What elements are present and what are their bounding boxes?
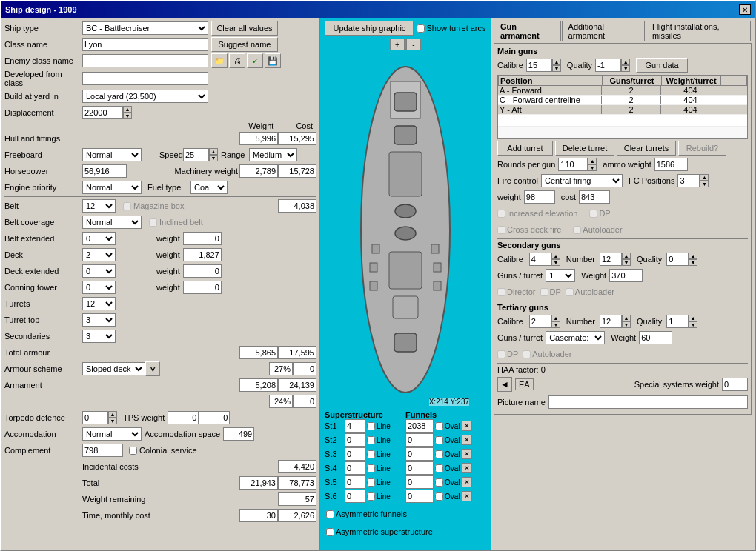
- increased-elevation-checkbox[interactable]: [497, 210, 505, 218]
- torpedo-input[interactable]: [82, 411, 108, 424]
- sec-calibre-down[interactable]: ▼: [551, 259, 560, 266]
- f5-close-btn[interactable]: ✕: [462, 477, 472, 487]
- tab-additional-armament[interactable]: Additional armament: [562, 21, 645, 41]
- accomodation-select[interactable]: Normal: [82, 427, 142, 441]
- plus-button[interactable]: +: [390, 39, 405, 50]
- torpedo-down[interactable]: ▼: [108, 418, 117, 424]
- st5-input[interactable]: [345, 475, 365, 489]
- speed-up[interactable]: ▲: [209, 148, 218, 155]
- belt-select[interactable]: 12: [82, 199, 116, 213]
- speed-down[interactable]: ▼: [209, 155, 218, 161]
- suggest-name-button[interactable]: Suggest name: [211, 37, 278, 52]
- st4-line-checkbox[interactable]: [367, 464, 375, 472]
- ter-calibre-input[interactable]: [529, 315, 551, 328]
- enemy-class-input[interactable]: [82, 54, 208, 67]
- f1-oval-checkbox[interactable]: [435, 422, 443, 430]
- sec-calibre-input[interactable]: [529, 253, 551, 266]
- cross-deck-checkbox[interactable]: [497, 226, 505, 234]
- speed-input[interactable]: [183, 148, 209, 161]
- rounds-input[interactable]: [558, 158, 588, 171]
- colonial-checkbox[interactable]: [129, 447, 137, 455]
- st2-line-checkbox[interactable]: [367, 436, 375, 444]
- sec-guns-turret-select[interactable]: 1: [546, 269, 575, 282]
- st1-input[interactable]: [345, 419, 365, 433]
- show-turret-arcs-checkbox[interactable]: [417, 24, 425, 33]
- gun-data-button[interactable]: Gun data: [636, 58, 688, 73]
- range-select[interactable]: Medium: [249, 148, 297, 161]
- close-button[interactable]: ✕: [739, 4, 751, 15]
- print-icon-btn[interactable]: 🖨: [229, 53, 245, 68]
- inclined-belt-checkbox[interactable]: [149, 218, 157, 227]
- quality-input[interactable]: [595, 59, 621, 72]
- belt-extended-select[interactable]: 0: [82, 232, 116, 245]
- update-ship-graphic-button[interactable]: Update ship graphic: [325, 21, 414, 36]
- dp-checkbox-main[interactable]: [589, 210, 597, 218]
- tab-flight[interactable]: Flight installations, missiles: [646, 21, 751, 41]
- f5-input[interactable]: [405, 475, 434, 489]
- rebuild-button[interactable]: Rebuild?: [678, 141, 726, 156]
- clear-all-button[interactable]: Clear all values: [211, 21, 278, 36]
- table-row[interactable]: Y - Aft 2 404: [498, 105, 747, 115]
- displacement-input[interactable]: [82, 106, 123, 119]
- developed-from-input[interactable]: [82, 72, 208, 85]
- calibre-up[interactable]: ▲: [552, 59, 561, 65]
- armour-scheme-select[interactable]: Sloped deck: [82, 362, 145, 375]
- fuel-type-select[interactable]: Coal: [190, 181, 228, 194]
- clear-turrets-button[interactable]: Clear turrets: [617, 141, 676, 156]
- st5-line-checkbox[interactable]: [367, 478, 375, 487]
- displacement-down[interactable]: ▼: [123, 113, 132, 119]
- fc-positions-input[interactable]: [677, 174, 700, 187]
- add-turret-button[interactable]: Add turret: [497, 141, 553, 156]
- ter-quality-up[interactable]: ▲: [689, 315, 697, 321]
- save-icon-btn[interactable]: 💾: [265, 53, 281, 68]
- ter-dp-checkbox[interactable]: [497, 350, 505, 358]
- conning-tower-select[interactable]: 0: [82, 281, 116, 294]
- f6-oval-checkbox[interactable]: [435, 492, 443, 501]
- f4-input[interactable]: [405, 461, 434, 475]
- f1-close-btn[interactable]: ✕: [462, 421, 472, 431]
- sec-number-input[interactable]: [600, 253, 622, 266]
- autoloader-checkbox-main[interactable]: [573, 226, 581, 234]
- table-row[interactable]: C - Forward centreline 2 404: [498, 96, 747, 105]
- rounds-up[interactable]: ▲: [588, 158, 597, 164]
- tab-gun-armament[interactable]: Gun armament: [494, 21, 561, 41]
- turret-top-select[interactable]: 3: [82, 313, 116, 327]
- f4-oval-checkbox[interactable]: [435, 464, 443, 472]
- f4-close-btn[interactable]: ✕: [462, 463, 472, 473]
- st1-line-checkbox[interactable]: [367, 422, 375, 430]
- st6-input[interactable]: [345, 490, 365, 503]
- folder-icon-btn[interactable]: 📁: [211, 53, 228, 68]
- st2-input[interactable]: [345, 433, 365, 447]
- sec-autoloader-checkbox[interactable]: [566, 288, 574, 296]
- secondaries-select[interactable]: 3: [82, 330, 116, 343]
- quality-down[interactable]: ▼: [621, 65, 630, 72]
- magazine-box-checkbox[interactable]: [123, 202, 131, 210]
- table-row[interactable]: A - Forward 2 404: [498, 86, 747, 96]
- armour-scheme-btn[interactable]: ⛛: [145, 361, 160, 376]
- sec-quality-down[interactable]: ▼: [689, 259, 697, 266]
- f1-input[interactable]: [405, 419, 434, 433]
- belt-coverage-select[interactable]: Normal: [82, 216, 142, 229]
- sec-number-down[interactable]: ▼: [622, 259, 631, 266]
- freeboard-select[interactable]: Normal: [82, 148, 142, 161]
- turrets-select[interactable]: 12: [82, 297, 116, 310]
- picture-name-input[interactable]: [548, 395, 748, 409]
- ter-number-down[interactable]: ▼: [622, 321, 631, 328]
- f6-close-btn[interactable]: ✕: [462, 491, 472, 501]
- ea-button[interactable]: EA: [515, 378, 534, 390]
- ter-calibre-down[interactable]: ▼: [551, 321, 560, 328]
- deck-extended-select[interactable]: 0: [82, 264, 116, 278]
- st4-input[interactable]: [345, 461, 365, 475]
- ter-quality-input[interactable]: [666, 315, 689, 328]
- torpedo-up[interactable]: ▲: [108, 411, 117, 418]
- fc-up[interactable]: ▲: [700, 174, 709, 181]
- engine-priority-select[interactable]: Normal: [82, 181, 142, 194]
- f3-input[interactable]: [405, 447, 434, 461]
- ter-guns-turret-select[interactable]: Casemate:: [546, 331, 605, 344]
- delete-turret-button[interactable]: Delete turret: [555, 141, 614, 156]
- ship-type-select[interactable]: BC - Battlecruiser: [82, 21, 208, 35]
- fc-down[interactable]: ▼: [700, 181, 709, 187]
- ter-quality-down[interactable]: ▼: [689, 321, 697, 328]
- rounds-down[interactable]: ▼: [588, 164, 597, 171]
- sec-number-up[interactable]: ▲: [622, 253, 631, 259]
